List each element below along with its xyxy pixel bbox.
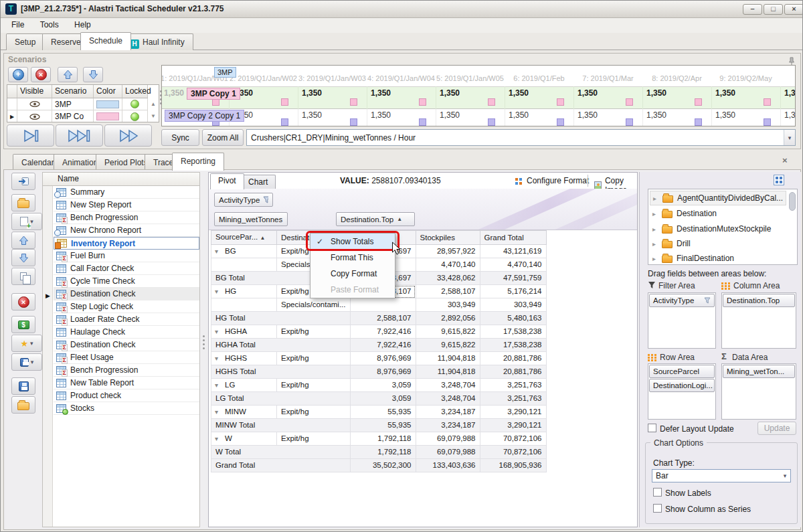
move-scenario-down-button[interactable] bbox=[83, 67, 103, 82]
duplicate-report-button[interactable] bbox=[11, 268, 35, 285]
report-item[interactable]: Summary bbox=[54, 186, 199, 199]
filter-area-chip[interactable]: ActivityType bbox=[649, 294, 715, 307]
menu-file[interactable]: File bbox=[5, 18, 31, 31]
scenario-name[interactable]: 3MP bbox=[52, 98, 94, 110]
scenario-color-cell[interactable] bbox=[94, 110, 122, 122]
move-report-down-button[interactable] bbox=[11, 249, 35, 266]
report-item[interactable]: New Step Report bbox=[54, 199, 199, 211]
column-area-chip[interactable]: Destination.Top bbox=[723, 294, 795, 307]
col-header-scenario[interactable]: Scenario bbox=[52, 85, 94, 98]
locked-cell[interactable] bbox=[122, 110, 148, 122]
data-area-box[interactable]: Mining_wetTon... bbox=[721, 363, 796, 420]
data-area-chip[interactable]: Mining_wetTon... bbox=[723, 365, 795, 378]
show-labels-checkbox[interactable] bbox=[653, 488, 662, 497]
filter-field-chip[interactable]: ActivityType bbox=[214, 193, 273, 207]
new-report-button[interactable]: ▾ bbox=[11, 213, 42, 230]
report-item[interactable]: Fuel Burn bbox=[54, 250, 199, 262]
step-forward-button[interactable] bbox=[7, 124, 54, 147]
sync-button[interactable]: Sync bbox=[161, 129, 199, 146]
data-field-chip[interactable]: Mining_wetTonnes bbox=[214, 212, 288, 226]
field-folder[interactable]: ▸DestinationMutexStockpile bbox=[650, 221, 786, 236]
col-header-sourceparcel[interactable]: SourcePar... ▲ bbox=[211, 231, 277, 245]
col-header-locked[interactable]: Locked bbox=[122, 85, 148, 98]
configure-format-button[interactable]: Configure Format bbox=[515, 176, 589, 185]
open-report-button[interactable] bbox=[11, 194, 35, 211]
report-item[interactable]: Fleet Usage bbox=[54, 351, 199, 364]
cost-report-button[interactable]: $ bbox=[11, 316, 35, 333]
maximize-button[interactable]: □ bbox=[764, 4, 783, 15]
tab-reporting[interactable]: Reporting bbox=[172, 153, 224, 171]
field-folder[interactable]: ▸FinalDestination bbox=[650, 251, 786, 265]
tab-chart[interactable]: Chart bbox=[240, 175, 276, 189]
scenario-color-cell[interactable] bbox=[94, 98, 122, 110]
report-item[interactable]: New Chrono Report bbox=[54, 224, 199, 237]
fast-forward-button[interactable] bbox=[104, 124, 152, 147]
menu-item-copy-format[interactable]: Copy Format bbox=[310, 266, 395, 282]
report-item[interactable]: Destination Check bbox=[54, 339, 199, 351]
report-wizard-button[interactable]: ★▾ bbox=[11, 335, 42, 352]
delete-scenario-button[interactable]: ✕ bbox=[31, 67, 51, 82]
scenario-name[interactable]: 3MP Co bbox=[52, 110, 94, 122]
report-item[interactable]: Product check bbox=[54, 389, 199, 402]
column-field-chip[interactable]: Destination.Top▲ bbox=[336, 212, 415, 226]
visible-toggle[interactable] bbox=[17, 98, 52, 110]
field-folder[interactable]: ▸Destination bbox=[650, 206, 786, 221]
import-report-button[interactable] bbox=[11, 173, 35, 190]
report-item[interactable]: Haulage Check bbox=[54, 326, 199, 339]
row-area-chip[interactable]: SourceParcel bbox=[649, 365, 715, 378]
move-report-up-button[interactable] bbox=[11, 232, 35, 249]
col-header-grand-total[interactable]: Grand Total bbox=[480, 231, 546, 245]
visible-toggle[interactable] bbox=[17, 110, 52, 122]
export-report-button[interactable]: ▾ bbox=[11, 353, 42, 371]
report-item[interactable]: New Table Report bbox=[54, 377, 199, 389]
scenario-tag-3mp-copy-2-copy-1[interactable]: 3MP Copy 2 Copy 1 bbox=[165, 110, 244, 122]
update-button[interactable]: Update bbox=[757, 422, 796, 435]
column-area-box[interactable]: Destination.Top bbox=[721, 292, 796, 349]
filter-area-box[interactable]: ActivityType bbox=[648, 292, 716, 349]
tab-haul-infinity[interactable]: HHaul Infinity bbox=[121, 33, 193, 50]
report-item-selected[interactable]: Inventory Report bbox=[54, 237, 199, 250]
close-reporting-icon[interactable]: × bbox=[782, 155, 788, 165]
chart-type-select[interactable]: Bar ▾ bbox=[652, 469, 791, 482]
col-header-stockpiles[interactable]: Stockpiles bbox=[416, 231, 480, 245]
report-item[interactable]: Step Logic Check bbox=[54, 300, 199, 313]
close-button[interactable]: × bbox=[784, 4, 803, 15]
field-folder[interactable]: ▸AgentQuantityDividedByCal... bbox=[650, 191, 786, 205]
show-column-series-checkbox[interactable] bbox=[653, 504, 662, 513]
tab-setup[interactable]: Setup bbox=[6, 33, 44, 50]
report-item[interactable]: Stocks bbox=[54, 402, 199, 415]
scenario-tag-3mp-copy-1[interactable]: 3MP Copy 1 bbox=[187, 88, 240, 100]
move-scenario-up-button[interactable] bbox=[58, 67, 78, 82]
report-item[interactable]: Bench Progression bbox=[54, 364, 199, 377]
col-header-visible[interactable]: Visible bbox=[17, 85, 52, 98]
col-header-color[interactable]: Color bbox=[94, 85, 122, 98]
minimize-button[interactable]: – bbox=[743, 4, 762, 15]
defer-layout-checkbox[interactable] bbox=[648, 424, 656, 432]
schedule-timeline[interactable]: 1: 2019/Q1/Jan/W01 2: 2019/Q1/Jan/W02 3:… bbox=[161, 65, 796, 126]
report-item[interactable]: Bench Progression bbox=[54, 211, 199, 224]
delete-report-button[interactable]: ✕ bbox=[11, 293, 35, 311]
tab-schedule[interactable]: Schedule bbox=[80, 32, 131, 50]
layout-grid-icon[interactable] bbox=[774, 175, 784, 185]
scrollbar-thumb[interactable] bbox=[789, 192, 796, 211]
fast-forward-to-end-button[interactable] bbox=[56, 124, 103, 147]
tree-pivot-splitter[interactable] bbox=[203, 335, 205, 337]
report-item[interactable]: Loader Rate Check bbox=[54, 313, 199, 326]
zoom-all-button[interactable]: Zoom All bbox=[202, 129, 244, 146]
menu-tools[interactable]: Tools bbox=[33, 18, 66, 31]
menu-item-format-this[interactable]: Format This bbox=[310, 250, 395, 266]
add-scenario-button[interactable]: + bbox=[8, 67, 28, 82]
report-item[interactable]: Cycle Time Check bbox=[54, 275, 199, 288]
locked-cell[interactable] bbox=[122, 98, 148, 110]
field-folder[interactable]: ▸Drill bbox=[650, 236, 786, 251]
row-area-box[interactable]: SourceParcel DestinationLogi... bbox=[648, 363, 716, 420]
row-area-chip[interactable]: DestinationLogi... bbox=[649, 379, 715, 392]
scroll-down-arrow[interactable]: ▼ bbox=[148, 112, 159, 121]
menu-help[interactable]: Help bbox=[68, 18, 98, 31]
report-list-header[interactable]: Name bbox=[43, 173, 199, 186]
scroll-up-arrow[interactable]: ▲ bbox=[148, 100, 159, 109]
save-report-button[interactable] bbox=[11, 377, 35, 395]
report-item[interactable]: Call Factor Check bbox=[54, 262, 199, 275]
report-item[interactable]: Destination Check bbox=[54, 288, 199, 300]
tab-pivot[interactable]: Pivot bbox=[210, 173, 244, 189]
